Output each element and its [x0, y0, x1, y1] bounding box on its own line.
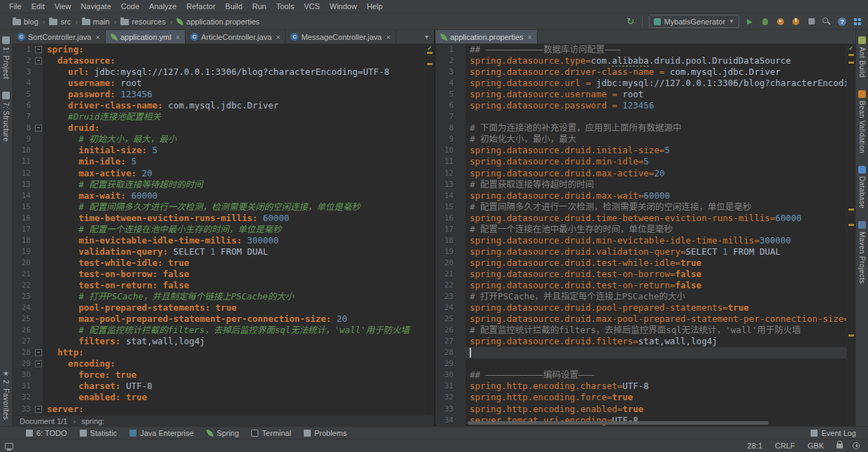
code-line[interactable]: 3spring.datasource.driver-class-name = c…	[435, 66, 846, 78]
code-line[interactable]: 6 driver-class-name: com.mysql.jdbc.Driv…	[13, 100, 425, 111]
menu-item-build[interactable]: Build	[220, 2, 247, 10]
code-line[interactable]: 23# 打开PSCache，并且指定每个连接上PSCache的大小	[435, 291, 846, 302]
profiler-icon[interactable]	[790, 15, 802, 28]
code-line[interactable]: 18spring.datasource.druid.min-evictable-…	[435, 235, 846, 246]
close-icon[interactable]: ×	[96, 33, 100, 41]
close-icon[interactable]: ×	[528, 33, 532, 41]
code-line[interactable]: 31spring.http.encoding.charset=UTF-8	[435, 381, 846, 392]
code-line[interactable]: 24spring.datasource.druid.pool-prepared-…	[435, 302, 846, 313]
coverage-icon[interactable]	[774, 15, 787, 28]
code-line[interactable]: 28	[435, 347, 846, 358]
breadcrumb-item-src[interactable]: src	[46, 17, 74, 27]
code-line[interactable]: 10spring.datasource.druid.initial-size=5	[435, 145, 846, 156]
toolwindow-button-problems[interactable]: Problems	[298, 429, 353, 437]
toolwindow-button-database[interactable]: Database	[858, 166, 866, 209]
code-line[interactable]: 28 http:	[13, 347, 425, 358]
code-line[interactable]: 19spring.datasource.druid.validation-que…	[435, 246, 846, 257]
menu-item-view[interactable]: View	[50, 2, 76, 10]
breadcrumb-item-resources[interactable]: resources	[118, 17, 168, 27]
toolwindow-button-spring[interactable]: Spring	[200, 429, 246, 437]
menu-item-navigate[interactable]: Navigate	[76, 2, 115, 10]
help-icon[interactable]	[836, 15, 848, 28]
right-code-area[interactable]: 1## ———————————数据库访问配置———2spring.datasou…	[435, 44, 846, 426]
code-line[interactable]: 12 max-active: 20	[13, 168, 425, 179]
breadcrumb-item-main[interactable]: main	[79, 17, 113, 27]
left-editor[interactable]: 1spring:2 datasource:3 url: jdbc:mysql:/…	[13, 44, 434, 415]
right-scrollbar[interactable]: ✓	[846, 44, 855, 426]
readonly-lock-icon[interactable]	[836, 444, 843, 449]
code-line[interactable]: 3 url: jdbc:mysql://127.0.0.1:3306/blog?…	[13, 66, 425, 78]
fold-icon[interactable]	[34, 55, 43, 66]
code-line[interactable]: 33server:	[13, 404, 425, 415]
menu-item-help[interactable]: Help	[362, 2, 388, 10]
menu-item-run[interactable]: Run	[247, 2, 271, 10]
left-scrollbar[interactable]: ✓	[425, 44, 434, 415]
stop-icon[interactable]	[805, 15, 818, 28]
toolwindow-button-maven-projects[interactable]: Maven Projects	[858, 221, 866, 284]
fold-icon[interactable]	[34, 358, 43, 369]
toolwindow-button-7-structure[interactable]: 7: Structure	[2, 92, 10, 142]
code-line[interactable]: 23 # 打开PSCache，并且制定每个链接上PSCache的大小	[13, 291, 425, 302]
toolwindow-button-1-project[interactable]: 1: Project	[2, 36, 10, 79]
editor-tab-messagecontroller-java[interactable]: MessageController.java×	[286, 30, 396, 43]
code-line[interactable]: 16 time-between-eviction-runs-millis: 60…	[13, 213, 425, 224]
toolwindow-button-ant-build[interactable]: Ant Build	[858, 36, 866, 78]
code-line[interactable]: 22 test-on-return: false	[13, 280, 425, 291]
code-line[interactable]: 10 initial-size: 5	[13, 145, 425, 156]
editor-tab-application-properties[interactable]: application.properties×	[435, 30, 538, 43]
fold-icon[interactable]	[34, 347, 43, 358]
code-line[interactable]: 24 pool-prepared-statements: true	[13, 302, 425, 313]
code-line[interactable]: 20 test-while-idle: true	[13, 257, 425, 269]
code-line[interactable]: 19 validation-query: SELECT 1 FROM DUAL	[13, 246, 425, 257]
code-line[interactable]: 30 force: true	[13, 369, 425, 381]
code-line[interactable]: 1## ———————————数据库访问配置———	[435, 44, 846, 55]
breadcrumb-item-application-properties[interactable]: application.properties	[174, 17, 262, 27]
editor-tab-articlecontroller-java[interactable]: ArticleController.java×	[186, 30, 286, 43]
sync-icon[interactable]	[624, 15, 637, 28]
code-line[interactable]: 21 test-on-borrow: false	[13, 269, 425, 280]
menu-item-edit[interactable]: Edit	[27, 2, 50, 10]
code-line[interactable]: 30## ———————————编码设置———	[435, 369, 846, 381]
code-line[interactable]: 5spring.datasource.username = root	[435, 89, 846, 100]
breadcrumb-document[interactable]: Document 1/1	[20, 417, 67, 425]
toolwindow-button-java-enterprise[interactable]: Java Enterprise	[123, 429, 200, 437]
toolwindow-button-statistic[interactable]: Statistic	[74, 429, 124, 437]
code-line[interactable]: 25spring.datasource.druid.max-pool-prepa…	[435, 313, 846, 325]
editor-tab-sortcontroller-java[interactable]: SortController.java×	[13, 30, 106, 43]
code-line[interactable]: 1spring:	[13, 44, 425, 55]
left-code-area[interactable]: 1spring:2 datasource:3 url: jdbc:mysql:/…	[13, 44, 425, 415]
code-line[interactable]: 33spring.http.encoding.enabled=true	[435, 404, 846, 415]
code-line[interactable]: 22spring.datasource.druid.test-on-return…	[435, 280, 846, 291]
code-line[interactable]: 15 # 配置间隔多久才进行一次检测，检测需要关闭的空闲连接，单位是毫秒	[13, 202, 425, 213]
code-line[interactable]: 7	[435, 111, 846, 122]
code-line[interactable]: 12spring.datasource.druid.max-active=20	[435, 168, 846, 179]
code-line[interactable]: 5 password: 123456	[13, 89, 425, 100]
highlighting-level-icon[interactable]	[853, 442, 860, 449]
menu-item-window[interactable]: Window	[325, 2, 362, 10]
code-line[interactable]: 16spring.datasource.druid.time-between-e…	[435, 213, 846, 224]
run-icon[interactable]	[743, 15, 756, 28]
toolwindow-button-6-todo[interactable]: 6: TODO	[20, 429, 74, 437]
fold-icon[interactable]	[34, 122, 43, 134]
code-line[interactable]: 8 druid:	[13, 122, 425, 134]
menu-item-code[interactable]: Code	[116, 2, 144, 10]
code-line[interactable]: 11 min-idle: 5	[13, 156, 425, 167]
fold-icon[interactable]	[34, 404, 43, 415]
debug-icon[interactable]	[759, 15, 771, 28]
code-line[interactable]: 2 datasource:	[13, 55, 425, 66]
run-config-select[interactable]: MybatisGenerator ▼	[649, 15, 739, 28]
close-icon[interactable]: ×	[276, 33, 280, 41]
code-line[interactable]: 21spring.datasource.druid.test-on-borrow…	[435, 269, 846, 280]
code-line[interactable]: 32spring.http.encoding.force=true	[435, 392, 846, 403]
code-line[interactable]: 11spring.datasource.druid.min-idle=5	[435, 156, 846, 167]
toolwindow-button-bean-validation[interactable]: Bean Validation	[858, 90, 866, 153]
close-icon[interactable]: ×	[386, 33, 390, 41]
code-line[interactable]: 6spring.datasource.password = 123456	[435, 100, 846, 111]
grid-icon[interactable]	[851, 15, 864, 28]
code-line[interactable]: 15# 配置间隔多久才进行一次检测，检测需要关闭的空闲连接，单位是毫秒	[435, 202, 846, 213]
breadcrumb-item-blog[interactable]: blog	[10, 17, 41, 27]
file-encoding[interactable]: GBK	[808, 442, 824, 450]
search-icon[interactable]	[820, 15, 833, 28]
right-editor[interactable]: 1## ———————————数据库访问配置———2spring.datasou…	[435, 44, 855, 426]
code-line[interactable]: 2spring.datasource.type=com.alibaba.drui…	[435, 55, 846, 66]
